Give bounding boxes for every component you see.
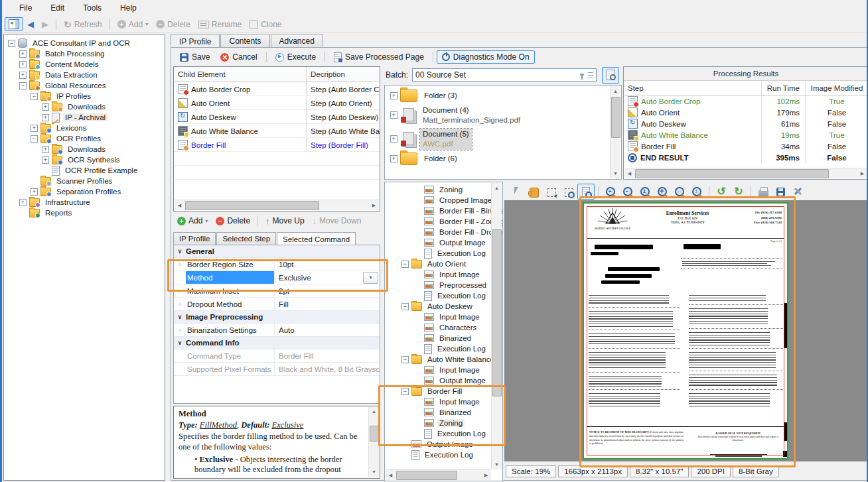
property-row-border-region-size[interactable]: ›Border Region Size10pt bbox=[174, 258, 380, 271]
zoom-fit-button[interactable]: ✛ bbox=[654, 184, 671, 200]
forward-button[interactable]: ▶ bbox=[38, 17, 52, 31]
select-region-button[interactable] bbox=[543, 184, 560, 200]
batch-tree-item[interactable]: +Document (5)AWC.pdf bbox=[385, 127, 621, 151]
tree-item[interactable]: Binarized bbox=[385, 333, 502, 343]
tree-item[interactable]: −ACE Consultant IP and OCR bbox=[4, 38, 165, 48]
expand-icon[interactable]: › bbox=[174, 324, 186, 336]
tree-item[interactable]: Output Image bbox=[385, 237, 502, 248]
scrollbar-thumb[interactable] bbox=[370, 426, 379, 442]
result-row[interactable]: Auto White Balance19msTrue bbox=[624, 129, 868, 141]
column-header-child-element[interactable]: Child Element bbox=[174, 67, 307, 82]
tree-item[interactable]: +Lexicons bbox=[4, 123, 165, 133]
tree-item[interactable]: +IP - Archival bbox=[4, 112, 165, 123]
tree-expander-icon[interactable]: + bbox=[390, 92, 398, 99]
result-row[interactable]: Border Fill34msFalse bbox=[624, 141, 868, 152]
column-header-image-modified[interactable]: Image Modified bbox=[806, 81, 868, 95]
horizontal-scrollbar[interactable]: ◀ ▶ bbox=[175, 200, 379, 210]
help-type-link[interactable]: FillMethod bbox=[200, 420, 237, 430]
refresh-button[interactable]: ↻Refresh bbox=[60, 17, 106, 32]
tree-item[interactable]: Reports bbox=[4, 208, 165, 218]
method-dropdown-button[interactable]: ▾ bbox=[363, 272, 378, 284]
tree-expander-icon[interactable]: + bbox=[390, 135, 398, 143]
horizontal-scrollbar[interactable]: ◀ ▶ bbox=[386, 469, 491, 480]
tree-item[interactable]: −Border Fill bbox=[385, 386, 502, 396]
tree-item[interactable]: OCR Profile Example bbox=[4, 165, 165, 176]
tree-item[interactable]: −Auto Deskew bbox=[385, 301, 502, 312]
scroll-up-arrow-icon[interactable]: ▲ bbox=[611, 86, 620, 96]
child-element-row[interactable]: Auto Border CropStep (Auto Border Crop) bbox=[174, 82, 380, 96]
rotate-right-button[interactable]: ↻ bbox=[730, 184, 747, 200]
tree-item[interactable]: −IP Profiles bbox=[4, 91, 165, 101]
zoom-actual-size-button[interactable]: 1 bbox=[636, 184, 654, 200]
move-up-button[interactable]: ↑Move Up bbox=[261, 214, 309, 228]
tree-expander-icon[interactable]: − bbox=[401, 388, 409, 395]
tree-item[interactable]: +Batch Processing bbox=[4, 48, 165, 59]
cancel-button[interactable]: ✕Cancel bbox=[215, 50, 262, 64]
scrollbar-thumb[interactable] bbox=[396, 471, 457, 480]
menu-tools[interactable]: Tools bbox=[75, 1, 109, 15]
tree-item[interactable]: −OCR Profiles bbox=[4, 133, 165, 144]
scroll-up-arrow-icon[interactable]: ▲ bbox=[492, 183, 502, 193]
scroll-down-arrow-icon[interactable]: ▼ bbox=[369, 467, 379, 477]
tree-item[interactable]: −Auto White Balance bbox=[385, 354, 502, 365]
tree-item[interactable]: +Downloads bbox=[4, 144, 165, 154]
tree-expander-icon[interactable]: + bbox=[19, 61, 27, 68]
add-step-button[interactable]: +Add▾ bbox=[173, 214, 212, 227]
tree-expander-icon[interactable]: − bbox=[8, 40, 15, 47]
scrollbar-thumb[interactable] bbox=[635, 169, 829, 178]
scroll-right-arrow-icon[interactable]: ▶ bbox=[857, 168, 867, 178]
tree-expander-icon[interactable]: − bbox=[31, 93, 38, 100]
save-processed-page-button[interactable]: Save Processed Page bbox=[328, 50, 429, 64]
tree-expander-icon[interactable]: − bbox=[401, 261, 409, 268]
tree-item[interactable]: Cropped Image bbox=[385, 195, 502, 206]
tree-item[interactable]: Execution Log bbox=[385, 290, 502, 301]
tree-expander-icon[interactable]: + bbox=[390, 111, 398, 119]
tree-item[interactable]: Execution Log bbox=[385, 428, 502, 439]
delete-step-button[interactable]: −Delete bbox=[212, 214, 254, 227]
tab-selected-command[interactable]: Selected Command bbox=[277, 232, 356, 245]
add-button[interactable]: +Add▾ bbox=[113, 18, 152, 31]
tree-item[interactable]: Zoning bbox=[385, 184, 502, 195]
scroll-left-arrow-icon[interactable]: ◀ bbox=[386, 470, 396, 480]
execute-button[interactable]: Execute bbox=[270, 50, 321, 64]
tree-item[interactable]: Execution Log bbox=[385, 248, 502, 259]
menu-file[interactable]: File bbox=[11, 1, 40, 15]
tree-expander-icon[interactable]: − bbox=[31, 135, 38, 143]
property-value[interactable]: Auto bbox=[275, 324, 380, 336]
property-value[interactable]: 10pt bbox=[275, 258, 380, 271]
tree-expander-icon[interactable]: + bbox=[19, 72, 27, 79]
tree-item[interactable]: +Infrastructure bbox=[4, 197, 165, 208]
scroll-right-arrow-icon[interactable]: ▶ bbox=[369, 200, 379, 210]
image-viewer-canvas[interactable]: ARIZONA WESTERN COLLEGE Enrollment Servi… bbox=[504, 200, 868, 461]
tree-item[interactable]: Border Fill - Dropout bbox=[385, 227, 502, 237]
tree-item[interactable]: Characters bbox=[385, 322, 502, 333]
property-row-dropout-method[interactable]: ›Dropout MethodFill bbox=[174, 298, 380, 311]
scroll-down-arrow-icon[interactable]: ▼ bbox=[611, 168, 620, 178]
tree-item[interactable]: Output Image bbox=[385, 439, 502, 450]
tree-item[interactable]: +Separation Profiles bbox=[4, 186, 165, 197]
tree-item[interactable]: Preprocessed bbox=[385, 280, 502, 290]
tree-expander-icon[interactable]: + bbox=[390, 155, 398, 162]
scroll-left-arrow-icon[interactable]: ◀ bbox=[624, 168, 634, 178]
tree-expander-icon[interactable]: − bbox=[19, 82, 27, 90]
property-value[interactable]: Fill bbox=[275, 298, 380, 310]
help-default-link[interactable]: Exclusive bbox=[272, 420, 304, 430]
property-value[interactable]: 2pt bbox=[275, 284, 380, 297]
clone-button[interactable]: Clone bbox=[246, 18, 285, 31]
tree-expander-icon[interactable]: − bbox=[401, 303, 409, 310]
vertical-scrollbar[interactable]: ▲ ▼ bbox=[368, 407, 379, 477]
child-element-row[interactable]: Auto White BalanceStep (Auto White Balan… bbox=[174, 124, 380, 138]
tree-item[interactable]: Execution Log bbox=[385, 343, 502, 354]
property-row-binarization-settings[interactable]: ›Binarization SettingsAuto bbox=[174, 324, 380, 337]
filter-funnel-icon[interactable] bbox=[579, 74, 585, 77]
tree-expander-icon[interactable]: + bbox=[42, 114, 49, 121]
result-row[interactable]: Auto Border Crop102msTrue bbox=[624, 95, 868, 107]
child-element-row[interactable]: Border FillStep (Border Fill) bbox=[174, 138, 380, 152]
column-header-run-time[interactable]: Run Time bbox=[762, 81, 806, 95]
column-header-description[interactable]: Decription bbox=[307, 67, 380, 82]
property-value[interactable]: Exclusive bbox=[279, 274, 311, 282]
tree-expander-icon[interactable]: + bbox=[31, 125, 38, 132]
expand-icon[interactable]: › bbox=[174, 298, 186, 310]
tree-item[interactable]: Binarized bbox=[385, 407, 502, 418]
zoom-region-button[interactable] bbox=[560, 184, 577, 200]
